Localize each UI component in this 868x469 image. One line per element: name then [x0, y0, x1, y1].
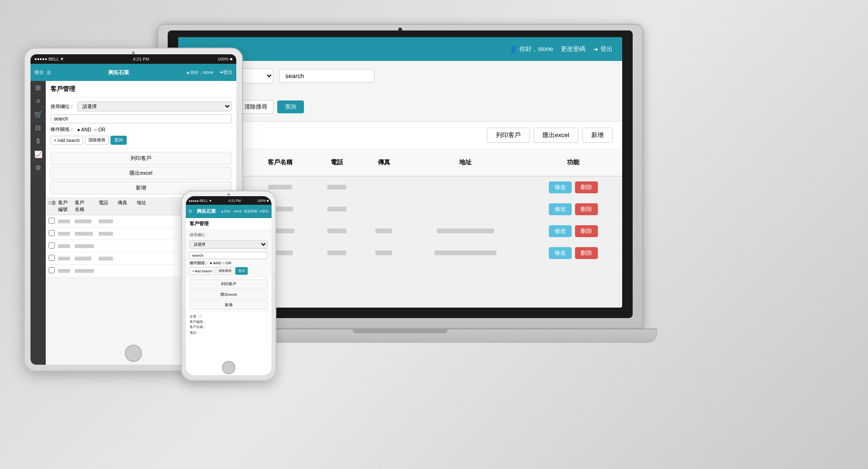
phone-print-btn[interactable]: 列印客戶 [190, 279, 268, 289]
row-tel-val [99, 232, 113, 236]
logout-link[interactable]: ➜ 登出 [593, 45, 613, 53]
row-name-val [75, 232, 93, 236]
phone-query-btn[interactable]: 查詢 [235, 267, 248, 275]
row-name [268, 185, 292, 190]
add-new-button[interactable]: 新增 [582, 128, 613, 143]
delete-button[interactable]: 刪除 [575, 225, 598, 237]
row-fax [375, 229, 392, 233]
tablet-add-search-btn[interactable]: + Add Search [50, 136, 83, 145]
phone-body: ●●●●● BELL ▼ 4:21 PM 100% ■ ☰ 興拓石業 ▲你好，s… [181, 190, 276, 381]
delete-button[interactable]: 刪除 [575, 181, 598, 193]
th-tel: 電話 [99, 200, 118, 213]
phone-cond-label: 條件關係： [190, 261, 209, 265]
scene: HT· 興拓石業 👤 你好，stone 更改密碼 [0, 0, 868, 469]
edit-button[interactable]: 修改 [549, 181, 572, 193]
tablet-clear-btn[interactable]: 清除搜尋 [85, 136, 109, 145]
delete-button[interactable]: 刪除 [575, 203, 598, 215]
phone-device: ●●●●● BELL ▼ 4:21 PM 100% ■ ☰ 興拓石業 ▲你好，s… [181, 190, 276, 381]
sidebar-icon-cart[interactable]: 🛒 [30, 108, 46, 121]
phone-add-search-btn[interactable]: + Add Search [190, 267, 214, 275]
sidebar-icon-dollar[interactable]: $ [30, 134, 46, 148]
edit-button[interactable]: 修改 [549, 203, 572, 215]
row-phone [327, 250, 346, 255]
row-phone [327, 207, 346, 211]
row-chk[interactable] [49, 242, 55, 249]
phone-logout[interactable]: ➜登出 [259, 209, 269, 214]
sidebar-icon-home[interactable]: ⊞ [30, 81, 46, 94]
phone-search-input[interactable] [190, 252, 268, 259]
phone-export-btn[interactable]: 匯出excel [190, 290, 268, 299]
sidebar-icon-toggle[interactable]: ⊟ [30, 121, 46, 134]
row-address [437, 229, 494, 233]
phone-app-header: ☰ 興拓石業 ▲你好，stone 更改密碼 ➜登出 [186, 205, 272, 218]
tablet-search-select[interactable]: 請選擇 [77, 101, 232, 111]
laptop-notch [353, 329, 448, 333]
change-password-link[interactable]: 更改密碼 [561, 45, 585, 53]
phone-time: 4:21 PM [228, 199, 241, 202]
phone-home-button[interactable] [222, 361, 235, 374]
search-buttons: + Add Search 清除搜尋 查詢 [188, 100, 613, 114]
row-chk[interactable] [49, 230, 55, 236]
edit-button[interactable]: 修改 [549, 247, 572, 259]
phone-search-section: 搜尋欄位： 請選擇 條件關係： ● AND ○ OR + Add Search … [186, 230, 272, 278]
tablet-search-section: 搜尋欄位： 請選擇 條件關係： ● AND ○ OR [46, 98, 236, 149]
row-chk[interactable] [49, 255, 55, 261]
tablet-greeting: ▲你好，stone [186, 70, 213, 76]
row-chk[interactable] [49, 267, 55, 273]
user-icon: 👤 [510, 46, 517, 53]
tablet-export-btn[interactable]: 匯出excel [50, 167, 232, 180]
phone-change-pwd[interactable]: 更改密碼 [244, 209, 257, 214]
tablet-home-button[interactable] [125, 345, 142, 362]
phone-search-select[interactable]: 請選擇 [190, 240, 268, 249]
hamburger-icon[interactable]: ☰ [47, 70, 51, 75]
phone-all-check: 全選：□ [190, 314, 268, 319]
tablet-search-input[interactable] [50, 114, 232, 123]
greeting-text: 你好，stone [519, 45, 553, 53]
time-text: 4:21 PM [133, 57, 149, 61]
tablet-and-radio: ● AND [77, 127, 91, 132]
search-input[interactable] [279, 69, 374, 83]
col-name-header: 客戶名稱 [248, 149, 312, 176]
tablet-print-btn[interactable]: 列印客戶 [50, 152, 232, 165]
tablet-page-title: 客戶管理 [46, 81, 236, 98]
row-chk[interactable] [49, 218, 55, 224]
export-button[interactable]: 匯出excel [534, 128, 578, 143]
phone-hamburger[interactable]: ☰ [189, 210, 192, 214]
phone-battery: 100% ■ [257, 199, 269, 202]
phone-detail-section: 全選：□ 客戶編號： 客戶名稱： 電話： [186, 312, 272, 337]
edit-button[interactable]: 修改 [549, 225, 572, 237]
delete-button[interactable]: 刪除 [575, 247, 598, 259]
phone-tel-label: 電話： [190, 330, 268, 335]
tablet-search-buttons: + Add Search 清除搜尋 查詢 [50, 136, 232, 145]
table-header-row: 客戶編號 客戶名稱 電話 傳真 地址 功能 [178, 149, 622, 176]
tablet-logout[interactable]: ➜登出 [219, 69, 232, 76]
sidebar-icon-list[interactable]: ≡ [30, 94, 46, 108]
tablet-or-radio: ○ OR [94, 127, 105, 132]
change-password-label: 更改密碼 [561, 45, 585, 53]
app-nav: 👤 你好，stone 更改密碼 ➜ 登出 [510, 45, 613, 53]
print-button[interactable]: 列印客戶 [487, 128, 530, 143]
col-fax-header: 傳真 [361, 149, 406, 176]
phone-add-btn[interactable]: 新增 [190, 300, 268, 309]
tablet-search-row-2 [50, 114, 232, 123]
phone-camera [228, 193, 230, 196]
row-id-val [58, 220, 70, 223]
phone-name-label: 客戶名稱： [190, 324, 268, 329]
clear-search-button[interactable]: 清除搜尋 [238, 100, 273, 114]
row-address [434, 250, 496, 255]
app-header: HT· 興拓石業 👤 你好，stone 更改密碼 [178, 37, 622, 61]
back-label[interactable]: 後台 [34, 69, 44, 76]
tablet-camera [132, 51, 135, 54]
th-id: 客戶編號 [58, 200, 75, 213]
row-id-val [58, 269, 70, 273]
phone-clear-btn[interactable]: 清除搜尋 [216, 267, 234, 275]
phone-or-radio: ○ OR [222, 261, 231, 265]
query-button[interactable]: 查詢 [277, 100, 304, 113]
th-check: □全 [49, 200, 58, 213]
tablet-status-bar: ●●●●● BELL ▼ 4:21 PM 100% ■ [30, 54, 236, 64]
tablet-query-btn[interactable]: 查詢 [111, 136, 127, 145]
col-phone-header: 電話 [312, 149, 361, 176]
row-phone [327, 185, 346, 190]
sidebar-icon-settings[interactable]: ⚙ [30, 161, 46, 174]
sidebar-icon-chart[interactable]: 📈 [30, 148, 46, 161]
